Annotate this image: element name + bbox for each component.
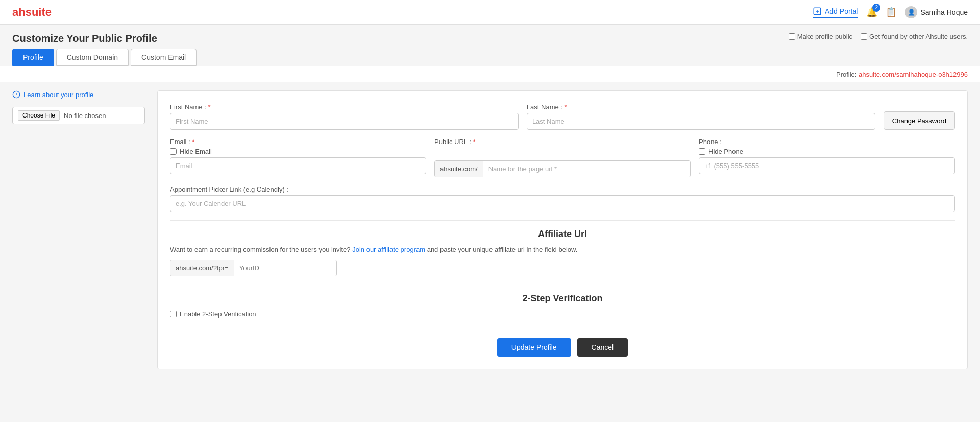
url-spacer [434,148,691,158]
notification-badge: 2 [872,4,880,12]
tab-profile[interactable]: Profile [12,49,54,66]
last-name-label: Last Name : * [527,103,875,111]
phone-input[interactable] [699,157,955,174]
logo-text: ahsuite [12,6,52,19]
first-name-label-text: First Name : [170,103,206,111]
choose-file-button[interactable]: Choose File [18,110,60,121]
public-url-input-row: ahsuite.com/ [434,160,691,177]
email-label: Email : * [170,138,426,146]
notification-button[interactable]: 🔔 2 [866,7,877,18]
appointment-input[interactable] [170,195,955,212]
tab-custom-email[interactable]: Custom Email [131,49,197,66]
public-url-group: Public URL : * ahsuite.com/ [434,138,691,177]
first-name-input[interactable] [170,113,519,130]
no-file-label: No file chosen [64,112,106,120]
add-portal-button[interactable]: Add Portal [813,7,858,18]
two-step-section: 2-Step Verification Enable 2-Step Verifi… [170,293,955,318]
document-button[interactable]: 📋 [886,7,897,18]
add-portal-label: Add Portal [825,7,858,15]
portal-icon [813,7,822,16]
affiliate-prefix: ahsuite.com/?fpr= [170,260,234,276]
make-public-label[interactable]: Make profile public [789,33,852,40]
page-title: Customize Your Public Profile [12,33,157,44]
change-password-wrapper: Change Password [884,103,955,130]
learn-label: Learn about your profile [23,91,93,99]
affiliate-desc-prefix: Want to earn a recurring commission for … [170,246,351,253]
file-input-wrapper: Choose File No file chosen [12,107,145,124]
appointment-group: Appointment Picker Link (e.g Calendly) : [170,185,955,212]
profile-url-row: Profile: ahsuite.com/samihahoque-o3h1299… [0,66,980,82]
profile-url-link[interactable]: ahsuite.com/samihahoque-o3h12996 [859,71,968,78]
public-url-required: * [473,138,475,146]
learn-icon [12,90,20,99]
phone-label-text: Phone : [699,138,722,146]
email-group: Email : * Hide Email [170,138,426,177]
email-url-phone-row: Email : * Hide Email Public URL : * ahsu… [170,138,955,177]
phone-label: Phone : [699,138,955,146]
user-avatar: 👤 [905,6,917,18]
enable-2step-checkbox[interactable] [170,311,177,317]
user-name-label: Samiha Hoque [920,8,968,16]
affiliate-input[interactable] [234,260,336,276]
header-right: Add Portal 🔔 2 📋 👤 Samiha Hoque [813,6,968,18]
two-step-title: 2-Step Verification [170,293,955,304]
enable-2step-label[interactable]: Enable 2-Step Verification [170,310,955,318]
affiliate-title: Affiliate Url [170,229,955,240]
page-header: Customize Your Public Profile Make profi… [0,25,980,49]
name-row: First Name : * Last Name : * Change Pass… [170,103,955,130]
url-input[interactable] [483,161,690,177]
first-name-label: First Name : * [170,103,519,111]
buttons-row: Update Profile Cancel [170,330,955,357]
main-content: Learn about your profile Choose File No … [0,82,980,378]
affiliate-desc-suffix: and paste your unique affiliate url in t… [427,246,578,253]
appointment-label-text: Appointment Picker Link (e.g Calendly) : [170,185,288,193]
email-input[interactable] [170,157,426,174]
make-public-checkbox[interactable] [789,33,795,40]
affiliate-section: Affiliate Url Want to earn a recurring c… [170,229,955,276]
email-label-text: Email : [170,138,190,146]
document-icon: 📋 [886,7,897,17]
get-found-label[interactable]: Get found by other Ahsuite users. [861,33,968,40]
appointment-label: Appointment Picker Link (e.g Calendly) : [170,185,955,193]
profile-url-label: Profile: [836,71,856,78]
change-password-button[interactable]: Change Password [884,111,955,130]
learn-link[interactable]: Learn about your profile [12,90,145,99]
last-name-group: Last Name : * [527,103,875,130]
logo-suite: suite [26,6,52,18]
enable-2step-text: Enable 2-Step Verification [180,310,256,318]
cancel-button[interactable]: Cancel [577,338,628,357]
last-name-label-text: Last Name : [527,103,562,111]
divider-2 [170,285,955,285]
last-name-input[interactable] [527,113,875,130]
get-found-text: Get found by other Ahsuite users. [869,33,968,40]
left-panel: Learn about your profile Choose File No … [12,90,145,124]
first-name-group: First Name : * [170,103,519,130]
header: ahsuite Add Portal 🔔 2 📋 👤 Samiha Hoque [0,0,980,25]
user-menu-button[interactable]: 👤 Samiha Hoque [905,6,968,18]
tab-custom-domain[interactable]: Custom Domain [56,49,129,66]
make-public-text: Make profile public [797,33,852,40]
url-prefix: ahsuite.com/ [435,161,483,177]
public-url-label-text: Public URL : [434,138,471,146]
logo: ahsuite [12,6,52,19]
hide-email-text: Hide Email [180,148,212,155]
get-found-checkbox[interactable] [861,33,867,40]
email-required: * [192,138,194,146]
hide-phone-text: Hide Phone [708,148,743,155]
divider-1 [170,220,955,221]
hide-email-checkbox-label[interactable]: Hide Email [170,148,426,155]
hide-phone-checkbox[interactable] [699,148,705,155]
form-panel: First Name : * Last Name : * Change Pass… [157,90,968,369]
phone-group: Phone : Hide Phone [699,138,955,177]
hide-email-checkbox[interactable] [170,148,177,155]
affiliate-link[interactable]: Join our affiliate program [352,246,425,253]
hide-phone-checkbox-label[interactable]: Hide Phone [699,148,955,155]
profile-options: Make profile public Get found by other A… [789,33,968,40]
affiliate-url-row: ahsuite.com/?fpr= [170,260,337,276]
first-name-required: * [208,103,210,111]
affiliate-description: Want to earn a recurring commission for … [170,246,955,253]
logo-ah: ah [12,6,26,18]
public-url-label: Public URL : * [434,138,691,146]
tabs-row: Profile Custom Domain Custom Email [0,49,980,66]
update-profile-button[interactable]: Update Profile [497,338,571,357]
